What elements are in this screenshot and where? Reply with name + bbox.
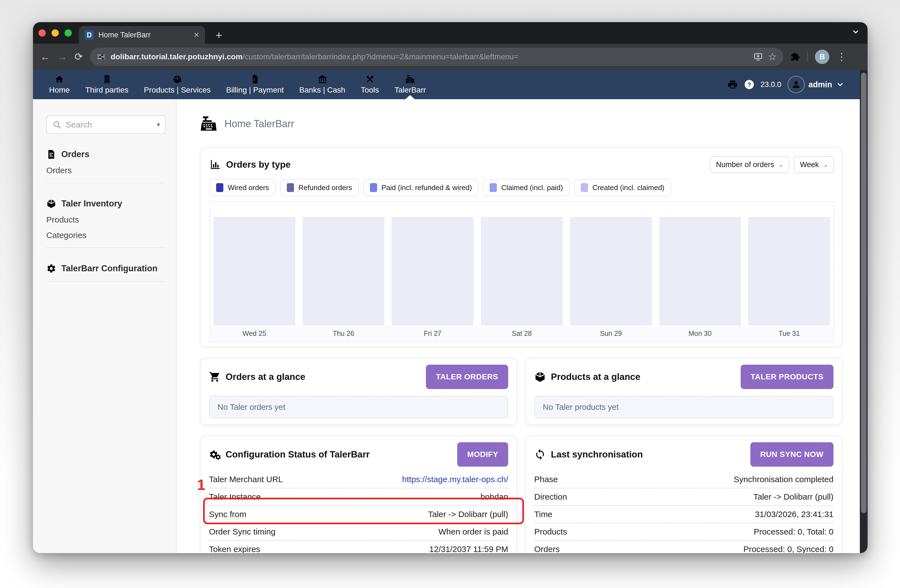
legend-item-refunded-orders[interactable]: Refunded orders	[280, 179, 359, 196]
gear-icon	[46, 264, 56, 273]
main-area: Home TalerBarr Orders by type Number of …	[177, 99, 860, 553]
toolbar-divider	[807, 51, 808, 62]
taler-products-button[interactable]: TALER PRODUCTS	[741, 365, 833, 389]
tab-close-icon[interactable]: ✕	[193, 31, 200, 39]
sync-rows: Phase Synchronisation completed Directio…	[534, 471, 833, 553]
legend-item-paid[interactable]: Paid (incl. refunded & wired)	[363, 179, 479, 196]
modify-button[interactable]: MODIFY	[457, 442, 508, 467]
config-row-token-expires: Token expires 12/31/2037 11:59 PM	[209, 540, 508, 553]
legend-swatch	[581, 183, 588, 192]
row-value: Synchronisation completed	[734, 475, 833, 484]
sidebar-divider	[46, 281, 166, 282]
browser-menu-icon[interactable]: ⋮	[836, 51, 847, 63]
row-value: Processed: 0, Total: 0	[754, 527, 833, 537]
url-domain: dolibarr.tutorial.taler.potuzhnyi.com	[110, 52, 242, 61]
run-sync-now-button[interactable]: RUN SYNC NOW	[750, 442, 833, 467]
app-top-nav: Home Third parties Products | Services B…	[33, 70, 860, 99]
sidebar-item-orders[interactable]: Orders	[46, 163, 166, 178]
x-tick-label: Sat 28	[481, 329, 563, 338]
nav-item-home[interactable]: Home	[41, 70, 78, 99]
nav-item-products-services[interactable]: Products | Services	[136, 70, 218, 99]
person-icon	[791, 79, 801, 90]
legend-label: Claimed (incl. paid)	[501, 183, 563, 192]
address-bar[interactable]: dolibarr.tutorial.taler.potuzhnyi.com/cu…	[90, 48, 784, 66]
nav-item-third-parties[interactable]: Third parties	[78, 70, 137, 99]
chart-column	[570, 217, 652, 325]
chart-column	[303, 217, 385, 325]
legend-label: Paid (incl. refunded & wired)	[382, 183, 472, 192]
user-menu[interactable]: admin	[787, 76, 844, 93]
search-dropdown-caret-icon[interactable]: ▾	[157, 121, 160, 128]
configuration-status-card: Configuration Status of TalerBarr MODIFY…	[200, 436, 517, 553]
row-label: Taler Instance	[209, 492, 261, 501]
cash-register-icon	[200, 115, 217, 132]
product-box-icon	[173, 74, 182, 84]
search-input[interactable]	[65, 120, 153, 130]
metric-select[interactable]: Number of orders ⌄	[710, 156, 790, 173]
orders-empty-state: No Taler orders yet	[209, 396, 508, 419]
browser-window: D Home TalerBarr ✕ + ← → ⟳ dolibarr.tuto…	[33, 22, 867, 553]
nav-item-talerbarr[interactable]: TalerBarr	[386, 70, 434, 99]
print-icon[interactable]	[727, 79, 738, 90]
browser-profile-avatar[interactable]: B	[815, 50, 829, 64]
row-label: Orders	[534, 545, 560, 553]
nav-item-banks-cash[interactable]: Banks | Cash	[292, 70, 353, 99]
chevron-down-icon	[836, 81, 844, 88]
row-label: Products	[534, 527, 567, 537]
card-title: Orders at a glance	[225, 372, 306, 382]
extensions-puzzle-icon[interactable]	[791, 52, 800, 62]
row-label: Time	[534, 510, 552, 519]
period-select-value: Week	[800, 160, 819, 169]
window-close-button[interactable]	[39, 29, 46, 37]
nav-label: Banks | Cash	[299, 85, 345, 95]
legend-item-created[interactable]: Created (incl. claimed)	[574, 179, 671, 196]
version-label: 23.0.0	[760, 81, 781, 89]
sidebar-section-title: TalerBarr Configuration	[61, 264, 157, 273]
sidebar-section-talerbarr-configuration[interactable]: TalerBarr Configuration	[46, 260, 166, 277]
page-scrollbar-track[interactable]	[860, 70, 867, 553]
help-icon[interactable]	[744, 79, 754, 90]
nav-label: Products | Services	[144, 85, 211, 95]
url-path: /custom/talerbarr/talerbarrindex.php?idm…	[242, 52, 518, 61]
bookmark-star-icon[interactable]: ☆	[768, 51, 777, 63]
period-select[interactable]: Week ⌄	[794, 156, 834, 173]
site-settings-icon[interactable]	[97, 52, 106, 61]
page-scrollbar-thumb[interactable]	[861, 73, 866, 513]
product-cube-icon	[534, 371, 546, 383]
tools-icon	[365, 74, 375, 84]
legend-item-claimed[interactable]: Claimed (incl. paid)	[483, 179, 570, 196]
sidebar-divider	[46, 183, 166, 183]
sidebar-section-title: Orders	[61, 149, 90, 159]
sidebar-section-orders[interactable]: Orders	[46, 146, 166, 163]
window-minimize-button[interactable]	[51, 29, 59, 37]
card-title: Products at a glance	[551, 372, 640, 382]
forward-button[interactable]: →	[57, 52, 67, 62]
sidebar-item-products[interactable]: Products	[46, 212, 166, 228]
taler-orders-button[interactable]: TALER ORDERS	[426, 365, 508, 389]
sidebar-item-categories[interactable]: Categories	[46, 228, 166, 243]
config-row-merchant-url: Taler Merchant URL https://stage.my.tale…	[209, 471, 508, 488]
legend-label: Wired orders	[228, 183, 269, 192]
nav-item-billing-payment[interactable]: Billing | Payment	[218, 70, 292, 99]
merchant-url-link[interactable]: https://stage.my.taler-ops.ch/	[402, 475, 508, 484]
window-zoom-button[interactable]	[65, 29, 72, 37]
chart-plot-area: Wed 25 Thu 26 Fri 27 Sat 28 Sun 29 Mon 3…	[209, 201, 834, 342]
install-app-icon[interactable]	[753, 52, 763, 62]
browser-tab[interactable]: D Home TalerBarr ✕	[79, 26, 205, 44]
chart-x-axis-labels: Wed 25 Thu 26 Fri 27 Sat 28 Sun 29 Mon 3…	[211, 326, 833, 341]
sync-row-orders: Orders Processed: 0, Synced: 0	[534, 540, 833, 553]
row-value: Processed: 0, Synced: 0	[743, 545, 833, 553]
browser-tab-strip: D Home TalerBarr ✕ +	[33, 22, 867, 44]
tab-search-chevron-icon[interactable]	[852, 28, 860, 36]
reload-button[interactable]: ⟳	[74, 52, 83, 62]
row-label: Token expires	[209, 545, 260, 553]
sidebar-search[interactable]: ▾	[46, 115, 166, 134]
row-value: When order is paid	[438, 527, 508, 537]
new-tab-button[interactable]: +	[213, 29, 225, 42]
sidebar-section-taler-inventory[interactable]: Taler Inventory	[46, 195, 166, 212]
back-button[interactable]: ←	[40, 52, 50, 62]
row-value: bohdan	[481, 492, 508, 501]
nav-item-tools[interactable]: Tools	[353, 70, 386, 99]
legend-item-wired-orders[interactable]: Wired orders	[209, 179, 276, 196]
sync-icon	[534, 448, 546, 460]
